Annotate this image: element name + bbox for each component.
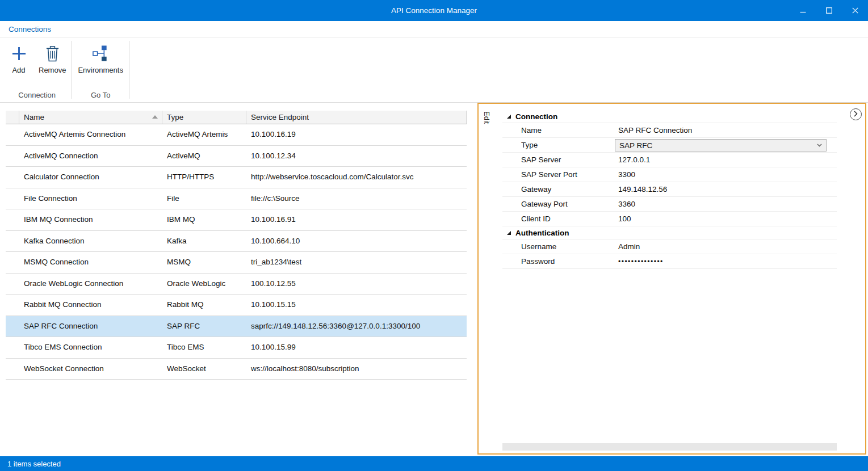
cell-name: WebSocket Connection [19, 359, 162, 380]
property-value-name[interactable]: SAP RFC Connection [615, 123, 837, 137]
chevron-right-icon [854, 110, 858, 119]
cell-endpoint: ws://localhost:8080/subscription [246, 359, 467, 380]
cell-endpoint: http://webservice.toscacloud.com/Calcula… [246, 167, 467, 188]
ribbon-tab-row: Connections [0, 21, 868, 37]
property-label: Name [502, 123, 615, 137]
cell-endpoint: 100.10.12.55 [246, 274, 467, 295]
property-value-gateway[interactable]: 149.148.12.56 [615, 182, 837, 196]
property-group-header[interactable]: Connection [502, 110, 837, 123]
plus-icon [11, 43, 27, 64]
row-gutter[interactable] [6, 337, 19, 358]
cell-name: IBM MQ Connection [19, 209, 162, 230]
cell-type: Tibco EMS [162, 337, 246, 358]
cell-endpoint: saprfc://149.148.12.56:3360@127.0.0.1:33… [246, 316, 467, 337]
cell-name: ActiveMQ Artemis Connection [19, 124, 162, 145]
table-row[interactable]: File ConnectionFilefile://c:\Source [6, 188, 467, 210]
expander-icon[interactable] [506, 230, 511, 236]
column-header-endpoint[interactable]: Service Endpoint [246, 111, 467, 124]
close-icon [852, 6, 858, 16]
row-gutter[interactable] [6, 252, 19, 273]
cell-type: Oracle WebLogic [162, 274, 246, 295]
add-button[interactable]: Add [3, 42, 34, 75]
column-header-name[interactable]: Name [19, 111, 162, 124]
property-value-password[interactable]: •••••••••••••• [615, 254, 837, 269]
close-button[interactable] [842, 0, 868, 21]
type-combobox[interactable]: SAP RFC [615, 139, 827, 152]
row-gutter[interactable] [6, 295, 19, 316]
property-group-title: Authentication [515, 229, 569, 237]
row-gutter[interactable] [6, 124, 19, 145]
expander-icon[interactable] [506, 114, 511, 119]
property-group-header[interactable]: Authentication [502, 226, 837, 239]
table-row[interactable]: ActiveMQ ConnectionActiveMQ10.100.12.34 [6, 146, 467, 167]
table-row[interactable]: Rabbit MQ ConnectionRabbit MQ10.100.15.1… [6, 295, 467, 316]
scrollbar-thumb[interactable] [502, 443, 837, 451]
remove-button[interactable]: Remove [34, 42, 70, 75]
cell-endpoint: file://c:\Source [246, 188, 467, 209]
table-row[interactable]: WebSocket ConnectionWebSocketws://localh… [6, 359, 467, 380]
cell-type: File [162, 188, 246, 209]
table-row[interactable]: Kafka ConnectionKafka10.100.664.10 [6, 231, 467, 253]
property-label: Password [502, 254, 615, 269]
cell-endpoint: 10.100.15.99 [246, 337, 467, 358]
titlebar[interactable]: API Connection Manager [0, 0, 868, 21]
property-label: SAP Server Port [502, 167, 615, 182]
row-gutter[interactable] [6, 146, 19, 167]
ribbon-body: Add Remove Con [0, 37, 868, 102]
property-row: NameSAP RFC Connection [502, 123, 837, 138]
property-row: Password•••••••••••••• [502, 254, 837, 269]
row-gutter[interactable] [6, 209, 19, 230]
connections-table: Name Type Service Endpoint ActiveMQ Arte… [6, 111, 467, 380]
property-value-gateway-port[interactable]: 3360 [615, 197, 837, 211]
table-row[interactable]: MSMQ ConnectionMSMQtri_ab1234\test [6, 252, 467, 274]
ribbon-group-label-connection: Connection [3, 91, 70, 102]
property-value-sap-server[interactable]: 127.0.0.1 [615, 153, 837, 167]
maximize-button[interactable] [816, 0, 842, 21]
ribbon-separator [72, 41, 72, 99]
collapse-panel-button[interactable] [850, 108, 862, 120]
property-value-username[interactable]: Admin [615, 239, 837, 254]
cell-name: MSMQ Connection [19, 252, 162, 273]
property-label: Username [502, 239, 615, 254]
environments-button-label: Environments [78, 66, 123, 74]
row-gutter[interactable] [6, 231, 19, 252]
property-group-title: Connection [515, 112, 557, 121]
table-row[interactable]: Calculator ConnectionHTTP/HTTPShttp://we… [6, 167, 467, 188]
cell-name: ActiveMQ Connection [19, 146, 162, 167]
row-gutter[interactable] [6, 359, 19, 380]
api-connection-manager-window: API Connection Manager Connections [0, 0, 868, 471]
horizontal-scrollbar[interactable] [502, 443, 837, 451]
column-header-type[interactable]: Type [162, 111, 246, 124]
sitemap-icon [92, 43, 110, 64]
minimize-icon [800, 6, 806, 16]
cell-name: Oracle WebLogic Connection [19, 274, 162, 295]
cell-type: ActiveMQ Artemis [162, 124, 246, 145]
property-label: Client ID [502, 212, 615, 226]
minimize-button[interactable] [790, 0, 816, 21]
remove-button-label: Remove [39, 66, 66, 74]
cell-name: Calculator Connection [19, 167, 162, 188]
property-value-sap-server-port[interactable]: 3300 [615, 167, 837, 182]
property-value-client-id[interactable]: 100 [615, 212, 837, 226]
ribbon-group-label-goto: Go To [73, 91, 127, 102]
table-header: Name Type Service Endpoint [6, 111, 467, 124]
edit-tab[interactable]: Edit [483, 111, 491, 124]
status-bar: 1 items selected [0, 456, 868, 471]
row-gutter[interactable] [6, 316, 19, 337]
environments-button[interactable]: Environments [73, 42, 127, 75]
property-row: SAP Server127.0.0.1 [502, 153, 837, 167]
sort-ascending-icon [152, 115, 158, 119]
table-row[interactable]: ActiveMQ Artemis ConnectionActiveMQ Arte… [6, 124, 467, 146]
table-row[interactable]: Oracle WebLogic ConnectionOracle WebLogi… [6, 274, 467, 295]
row-gutter[interactable] [6, 167, 19, 188]
cell-endpoint: 10.100.16.91 [246, 209, 467, 230]
tab-connections[interactable]: Connections [0, 25, 51, 33]
table-row[interactable]: SAP RFC ConnectionSAP RFCsaprfc://149.14… [6, 316, 467, 338]
row-gutter[interactable] [6, 188, 19, 209]
add-button-label: Add [12, 66, 25, 74]
row-gutter[interactable] [6, 274, 19, 295]
table-row[interactable]: Tibco EMS ConnectionTibco EMS10.100.15.9… [6, 337, 467, 359]
window-controls [790, 0, 868, 21]
ribbon: Connections Add [0, 21, 868, 103]
table-row[interactable]: IBM MQ ConnectionIBM MQ10.100.16.91 [6, 209, 467, 231]
